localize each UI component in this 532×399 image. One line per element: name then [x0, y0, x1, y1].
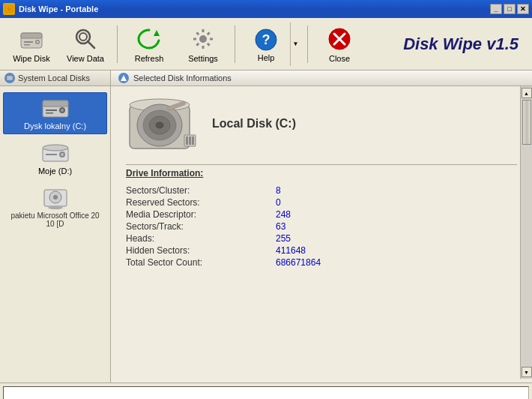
svg-line-19: [208, 32, 210, 34]
svg-rect-4: [21, 33, 42, 38]
disk-office-icon: [40, 186, 70, 210]
svg-point-36: [61, 153, 64, 156]
help-icon: ?: [253, 26, 279, 53]
svg-line-11: [88, 41, 94, 48]
disk-c-label: Dysk lokalny (C:): [24, 122, 86, 130]
left-panel-header: System Local Disks: [0, 70, 110, 86]
drive-info-title: Drive Information:: [126, 168, 517, 178]
disk-item-d[interactable]: Moje (D:): [3, 137, 107, 179]
field-value: 63: [276, 220, 517, 232]
refresh-icon: [136, 26, 163, 52]
disk-list: Dysk lokalny (C:) Moje (D:): [0, 86, 110, 238]
svg-rect-28: [43, 100, 68, 106]
main-content: System Local Disks Dysk lokalny (C:): [0, 70, 532, 382]
svg-point-48: [156, 122, 163, 128]
svg-line-17: [196, 32, 199, 34]
svg-point-12: [199, 35, 207, 43]
title-controls: _ □ ✕: [490, 4, 529, 14]
field-value: 255: [276, 232, 517, 244]
left-panel-icon: [4, 73, 15, 83]
field-label: Heads:: [126, 232, 276, 244]
title-bar: Disk Wipe - Portable _ □ ✕: [0, 0, 532, 18]
refresh-button[interactable]: Refresh: [124, 22, 175, 67]
disk-item-c[interactable]: Dysk lokalny (C:): [3, 92, 107, 134]
view-data-label: View Data: [67, 54, 104, 63]
table-row: Heads: 255: [126, 232, 517, 244]
wipe-disk-icon: [18, 26, 45, 52]
svg-line-18: [208, 43, 210, 45]
hdd-graphic: [126, 94, 197, 154]
wipe-disk-label: Wipe Disk: [13, 54, 50, 63]
toolbar: Wipe Disk View Data Refresh: [0, 18, 532, 70]
field-label: Sectors/Track:: [126, 220, 276, 232]
info-table: Sectors/Cluster: 8 Reserved Sectors: 0 M…: [126, 184, 517, 268]
maximize-button[interactable]: □: [504, 4, 516, 14]
svg-rect-37: [46, 154, 57, 155]
left-panel: System Local Disks Dysk lokalny (C:): [0, 70, 111, 382]
svg-rect-7: [24, 41, 33, 43]
svg-rect-53: [192, 136, 194, 145]
right-panel-header: Selected Disk Informations: [111, 70, 532, 86]
help-dropdown-arrow[interactable]: ▼: [293, 40, 299, 47]
close-window-button[interactable]: ✕: [517, 4, 529, 14]
toolbar-sep-1: [117, 26, 118, 63]
toolbar-sep-3: [307, 26, 308, 63]
svg-line-20: [196, 43, 199, 45]
svg-rect-26: [7, 76, 13, 80]
table-row: Total Sector Count: 686671864: [126, 256, 517, 268]
right-panel: Selected Disk Informations: [111, 70, 532, 382]
help-label: Help: [258, 53, 275, 62]
field-label: Hidden Sectors:: [126, 244, 276, 256]
close-label: Close: [329, 54, 350, 63]
right-panel-title: Selected Disk Informations: [133, 74, 232, 82]
svg-rect-31: [46, 110, 57, 111]
disk-visual: Local Disk (C:): [111, 86, 532, 161]
field-label: Reserved Sectors:: [126, 196, 276, 208]
settings-button[interactable]: Settings: [178, 22, 229, 67]
field-value: 686671864: [276, 256, 517, 268]
app-title: Disk Wipe v1.5: [403, 34, 526, 54]
svg-rect-52: [189, 136, 191, 145]
table-row: Sectors/Cluster: 8: [126, 184, 517, 196]
left-panel-title: System Local Disks: [18, 74, 90, 82]
disk-office-label: pakietu Microsoft Office 2010 [D: [10, 212, 100, 228]
field-value: 411648: [276, 244, 517, 256]
refresh-label: Refresh: [135, 54, 164, 63]
divider-1: [126, 164, 517, 165]
close-icon: [326, 26, 353, 52]
svg-text:?: ?: [262, 32, 270, 47]
disk-c-icon: [40, 96, 70, 120]
scroll-up-button[interactable]: ▲: [522, 88, 532, 98]
field-label: Media Descriptor:: [126, 208, 276, 220]
table-row: Media Descriptor: 248: [126, 208, 517, 220]
help-button[interactable]: ? Help ▼: [241, 22, 301, 67]
window-title: Disk Wipe - Portable: [19, 4, 98, 14]
field-label: Sectors/Cluster:: [126, 184, 276, 196]
svg-marker-42: [121, 75, 127, 81]
table-row: Hidden Sectors: 411648: [126, 244, 517, 256]
scrollbar[interactable]: ▲ ▼: [520, 86, 532, 379]
view-data-button[interactable]: View Data: [60, 22, 111, 67]
bottom-area: [0, 382, 532, 399]
svg-point-34: [43, 145, 68, 151]
svg-point-10: [79, 33, 87, 40]
settings-label: Settings: [188, 54, 218, 63]
progress-bar: [3, 386, 529, 399]
minimize-button[interactable]: _: [490, 4, 502, 14]
field-value: 248: [276, 208, 517, 220]
close-button[interactable]: Close: [314, 22, 365, 67]
table-row: Reserved Sectors: 0: [126, 196, 517, 208]
table-row: Sectors/Track: 63: [126, 220, 517, 232]
wipe-disk-button[interactable]: Wipe Disk: [6, 22, 57, 67]
svg-point-6: [37, 40, 39, 43]
view-data-icon: [72, 26, 99, 52]
scroll-thumb[interactable]: [522, 100, 531, 145]
right-panel-icon: [118, 73, 129, 83]
disk-title: Local Disk (C:): [212, 117, 296, 130]
disk-d-label: Moje (D:): [38, 166, 72, 176]
disk-item-office[interactable]: pakietu Microsoft Office 2010 [D: [3, 182, 107, 232]
svg-rect-8: [24, 44, 30, 46]
field-label: Total Sector Count:: [126, 256, 276, 268]
drive-info-section: Drive Information: Sectors/Cluster: 8 Re…: [111, 168, 532, 268]
scroll-down-button[interactable]: ▼: [522, 367, 532, 377]
